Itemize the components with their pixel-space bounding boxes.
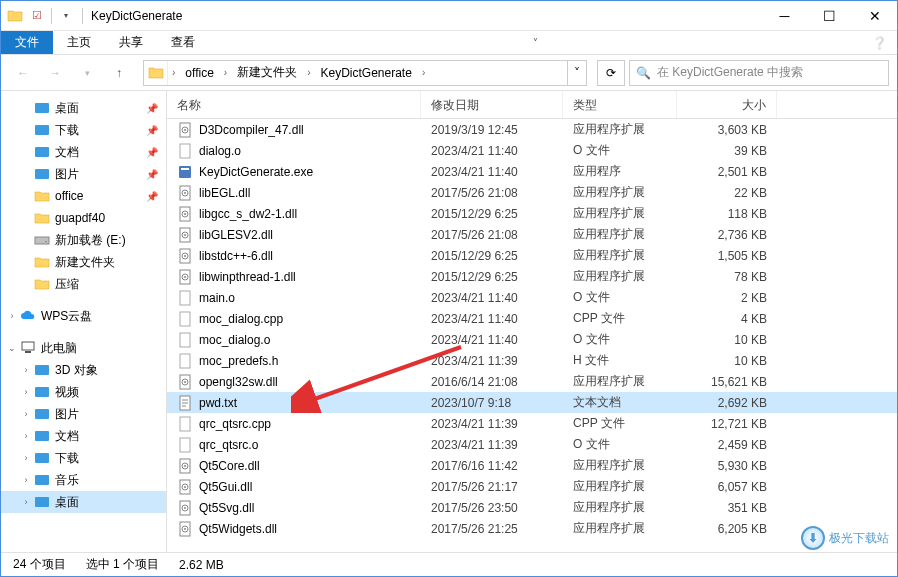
sidebar-item-label: 图片: [55, 166, 146, 183]
recent-dropdown[interactable]: ▾: [73, 59, 101, 87]
sidebar-item[interactable]: 文档📌: [1, 141, 166, 163]
sidebar-item[interactable]: office📌: [1, 185, 166, 207]
qat-properties-icon[interactable]: ☑: [27, 6, 47, 26]
file-row[interactable]: pwd.txt2023/10/7 9:18文本文档2,692 KB: [167, 392, 897, 413]
sidebar-item[interactable]: ›图片: [1, 403, 166, 425]
expand-icon[interactable]: ›: [19, 475, 33, 485]
sidebar-item[interactable]: 下载📌: [1, 119, 166, 141]
column-size[interactable]: 大小: [677, 91, 777, 118]
sidebar-item[interactable]: ›视频: [1, 381, 166, 403]
sidebar-item[interactable]: 新加载卷 (E:): [1, 229, 166, 251]
expand-icon[interactable]: ›: [19, 365, 33, 375]
breadcrumb-item[interactable]: office: [179, 61, 219, 85]
sidebar-item[interactable]: 压缩: [1, 273, 166, 295]
file-row[interactable]: KeyDictGenerate.exe2023/4/21 11:40应用程序2,…: [167, 161, 897, 182]
document-icon: [33, 427, 51, 445]
chevron-right-icon[interactable]: ›: [168, 67, 179, 78]
file-row[interactable]: libGLESV2.dll2017/5/26 21:08应用程序扩展2,736 …: [167, 224, 897, 245]
breadcrumb-item[interactable]: 新建文件夹: [231, 61, 303, 85]
column-type[interactable]: 类型: [563, 91, 677, 118]
qat-dropdown-icon[interactable]: ▾: [56, 6, 76, 26]
sidebar-item[interactable]: 桌面📌: [1, 97, 166, 119]
sidebar-item[interactable]: guapdf40: [1, 207, 166, 229]
pin-icon: 📌: [146, 147, 162, 158]
help-icon[interactable]: ❔: [862, 31, 897, 54]
svg-rect-12: [35, 453, 49, 463]
tab-share[interactable]: 共享: [105, 31, 157, 54]
sidebar-item-label: guapdf40: [55, 211, 166, 225]
close-button[interactable]: ✕: [852, 1, 897, 30]
breadcrumb-item[interactable]: KeyDictGenerate: [315, 61, 418, 85]
file-row[interactable]: libwinpthread-1.dll2015/12/29 6:25应用程序扩展…: [167, 266, 897, 287]
file-row[interactable]: libEGL.dll2017/5/26 21:08应用程序扩展22 KB: [167, 182, 897, 203]
expand-icon[interactable]: ⌄: [5, 343, 19, 353]
svg-rect-9: [35, 387, 49, 397]
back-button[interactable]: ←: [9, 59, 37, 87]
svg-rect-47: [180, 417, 190, 431]
ribbon-toggle-icon[interactable]: ˅: [523, 31, 548, 54]
file-name: moc_dialog.o: [199, 333, 270, 347]
tab-file[interactable]: 文件: [1, 31, 53, 54]
sidebar-item-label: 图片: [55, 406, 166, 423]
expand-icon[interactable]: ›: [19, 453, 33, 463]
chevron-right-icon[interactable]: ›: [303, 67, 314, 78]
sidebar-item[interactable]: ›音乐: [1, 469, 166, 491]
file-row[interactable]: Qt5Core.dll2017/6/16 11:42应用程序扩展5,930 KB: [167, 455, 897, 476]
file-row[interactable]: Qt5Widgets.dll2017/5/26 21:25应用程序扩展6,205…: [167, 518, 897, 539]
search-input[interactable]: 🔍 在 KeyDictGenerate 中搜索: [629, 60, 889, 86]
file-icon: [177, 269, 193, 285]
file-row[interactable]: main.o2023/4/21 11:40O 文件2 KB: [167, 287, 897, 308]
file-row[interactable]: libstdc++-6.dll2015/12/29 6:25应用程序扩展1,50…: [167, 245, 897, 266]
file-row[interactable]: dialog.o2023/4/21 11:40O 文件39 KB: [167, 140, 897, 161]
file-row[interactable]: moc_predefs.h2023/4/21 11:39H 文件10 KB: [167, 350, 897, 371]
expand-icon[interactable]: ›: [5, 311, 19, 321]
list-body[interactable]: D3Dcompiler_47.dll2019/3/19 12:45应用程序扩展3…: [167, 119, 897, 552]
file-date: 2023/4/21 11:40: [421, 333, 563, 347]
file-size: 5,930 KB: [677, 459, 777, 473]
file-row[interactable]: qrc_qtsrc.cpp2023/4/21 11:39CPP 文件12,721…: [167, 413, 897, 434]
download-icon: [33, 449, 51, 467]
folder-icon: [144, 61, 168, 85]
chevron-right-icon[interactable]: ›: [418, 67, 429, 78]
sidebar-item[interactable]: ›下载: [1, 447, 166, 469]
sidebar-item[interactable]: ›WPS云盘: [1, 305, 166, 327]
expand-icon[interactable]: ›: [19, 409, 33, 419]
chevron-right-icon[interactable]: ›: [220, 67, 231, 78]
tab-view[interactable]: 查看: [157, 31, 209, 54]
minimize-button[interactable]: ─: [762, 1, 807, 30]
file-row[interactable]: Qt5Svg.dll2017/5/26 23:50应用程序扩展351 KB: [167, 497, 897, 518]
tab-home[interactable]: 主页: [53, 31, 105, 54]
expand-icon[interactable]: ›: [19, 497, 33, 507]
expand-icon[interactable]: ›: [19, 387, 33, 397]
breadcrumb[interactable]: › office › 新建文件夹 › KeyDictGenerate › ˅: [143, 60, 587, 86]
sidebar-item-label: 3D 对象: [55, 362, 166, 379]
file-name: dialog.o: [199, 144, 241, 158]
sidebar-item[interactable]: ⌄此电脑: [1, 337, 166, 359]
sidebar-item[interactable]: ›文档: [1, 425, 166, 447]
file-row[interactable]: libgcc_s_dw2-1.dll2015/12/29 6:25应用程序扩展1…: [167, 203, 897, 224]
expand-icon[interactable]: ›: [19, 431, 33, 441]
sidebar-item[interactable]: ›桌面: [1, 491, 166, 513]
file-row[interactable]: opengl32sw.dll2016/6/14 21:08应用程序扩展15,62…: [167, 371, 897, 392]
file-row[interactable]: Qt5Gui.dll2017/5/26 21:17应用程序扩展6,057 KB: [167, 476, 897, 497]
file-size: 22 KB: [677, 186, 777, 200]
file-row[interactable]: moc_dialog.o2023/4/21 11:40O 文件10 KB: [167, 329, 897, 350]
address-dropdown-icon[interactable]: ˅: [567, 61, 586, 85]
sidebar[interactable]: 桌面📌下载📌文档📌图片📌office📌guapdf40新加载卷 (E:)新建文件…: [1, 91, 167, 552]
maximize-button[interactable]: ☐: [807, 1, 852, 30]
file-date: 2017/5/26 21:08: [421, 186, 563, 200]
refresh-button[interactable]: ⟳: [597, 60, 625, 86]
file-size: 39 KB: [677, 144, 777, 158]
file-row[interactable]: D3Dcompiler_47.dll2019/3/19 12:45应用程序扩展3…: [167, 119, 897, 140]
sidebar-item[interactable]: 图片📌: [1, 163, 166, 185]
file-row[interactable]: qrc_qtsrc.o2023/4/21 11:39O 文件2,459 KB: [167, 434, 897, 455]
file-type: 应用程序扩展: [563, 499, 677, 516]
forward-button[interactable]: →: [41, 59, 69, 87]
sidebar-item[interactable]: 新建文件夹: [1, 251, 166, 273]
svg-point-17: [184, 129, 186, 131]
up-button[interactable]: ↑: [105, 59, 133, 87]
file-row[interactable]: moc_dialog.cpp2023/4/21 11:40CPP 文件4 KB: [167, 308, 897, 329]
column-date[interactable]: 修改日期: [421, 91, 563, 118]
column-name[interactable]: 名称: [167, 91, 421, 118]
sidebar-item[interactable]: ›3D 对象: [1, 359, 166, 381]
